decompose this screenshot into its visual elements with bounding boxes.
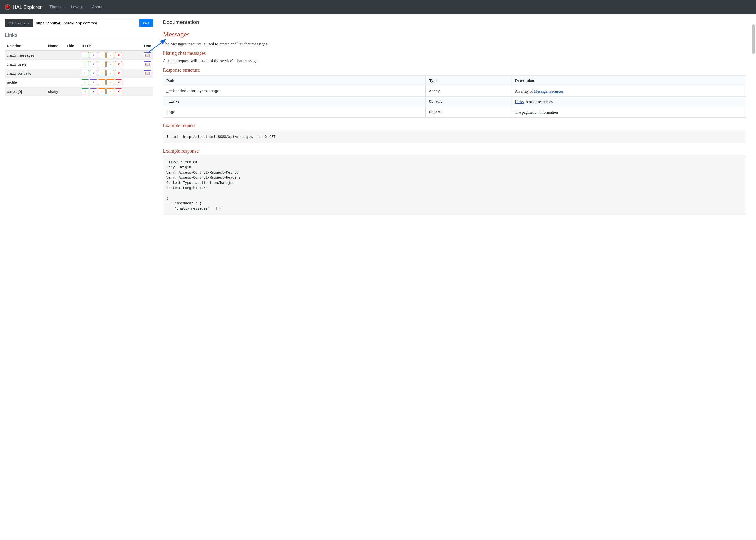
table-row: profile‹+››✖ bbox=[5, 78, 153, 87]
delete-button[interactable]: ✖ bbox=[115, 79, 122, 85]
path-cell: _embedded.chatty:messages bbox=[163, 86, 426, 97]
url-toolbar: Edit Headers Go! bbox=[5, 19, 153, 27]
get-button[interactable]: ‹ bbox=[81, 88, 89, 94]
doc-listing-post: request will list all of the service's c… bbox=[177, 59, 260, 63]
delete-button[interactable]: ✖ bbox=[115, 70, 122, 76]
name-cell bbox=[46, 60, 64, 69]
name-cell: chatty bbox=[46, 87, 64, 96]
doc-exreq-h: Example request bbox=[163, 123, 746, 128]
doc-cell: 📖 bbox=[138, 51, 153, 60]
response-table: Path Type Description _embedded.chatty:m… bbox=[163, 75, 746, 118]
doc-listing-h: Listing chat messages bbox=[163, 51, 746, 56]
table-row: curies [0]chatty‹+››✖ bbox=[5, 87, 153, 96]
patch-button[interactable]: › bbox=[106, 79, 114, 85]
rel-cell: chatty:messages bbox=[5, 51, 46, 60]
table-row: pageObjectThe pagination information bbox=[163, 107, 746, 118]
url-input[interactable] bbox=[33, 19, 139, 27]
navbar: HAL Explorer Theme Layout About bbox=[0, 0, 756, 14]
get-button[interactable]: ‹ bbox=[81, 70, 89, 76]
title-cell bbox=[64, 87, 79, 96]
http-cell: ‹+››✖ bbox=[79, 51, 138, 60]
rel-cell: chatty:buildinfo bbox=[5, 69, 46, 78]
hal-eye-icon bbox=[5, 4, 10, 10]
resp-th-path: Path bbox=[163, 75, 426, 86]
post-button[interactable]: + bbox=[90, 61, 97, 67]
doc-icon[interactable]: 📖 bbox=[144, 53, 151, 58]
post-button[interactable]: + bbox=[90, 52, 97, 58]
brand[interactable]: HAL Explorer bbox=[5, 4, 42, 10]
get-button[interactable]: ‹ bbox=[81, 79, 89, 85]
doc-icon[interactable]: 📖 bbox=[144, 70, 151, 76]
doc-panel[interactable]: Documentation Messages The Messages reso… bbox=[163, 19, 751, 220]
desc-cell: An array of Message resources bbox=[511, 86, 746, 97]
table-row: chatty:messages‹+››✖📖 bbox=[5, 51, 153, 60]
patch-button[interactable]: › bbox=[106, 52, 114, 58]
put-button[interactable]: › bbox=[98, 52, 105, 58]
http-cell: ‹+››✖ bbox=[79, 78, 138, 87]
links-th-name: Name bbox=[46, 41, 64, 51]
delete-button[interactable]: ✖ bbox=[115, 88, 122, 94]
title-cell bbox=[64, 51, 79, 60]
links-title: Links bbox=[5, 32, 153, 39]
doc-cell: 📖 bbox=[138, 69, 153, 78]
doc-link[interactable]: Links bbox=[515, 100, 524, 104]
delete-button[interactable]: ✖ bbox=[115, 61, 122, 67]
nav-layout[interactable]: Layout bbox=[68, 3, 89, 11]
title-cell bbox=[64, 60, 79, 69]
go-button[interactable]: Go! bbox=[139, 19, 153, 27]
post-button[interactable]: + bbox=[90, 70, 97, 76]
nav-about[interactable]: About bbox=[89, 3, 105, 11]
rel-cell: profile bbox=[5, 78, 46, 87]
links-th-title: Title bbox=[64, 41, 79, 51]
doc-cell bbox=[138, 87, 153, 96]
http-cell: ‹+››✖ bbox=[79, 87, 138, 96]
get-button[interactable]: ‹ bbox=[81, 61, 89, 67]
links-th-doc: Doc bbox=[138, 41, 153, 51]
nav-theme[interactable]: Theme bbox=[47, 3, 68, 11]
type-cell: Object bbox=[426, 107, 511, 118]
rel-cell: chatty:users bbox=[5, 60, 46, 69]
post-button[interactable]: + bbox=[90, 79, 97, 85]
links-table: Relation Name Title HTTP Doc chatty:mess… bbox=[5, 41, 153, 96]
nav-theme-label: Theme bbox=[50, 5, 62, 9]
post-button[interactable]: + bbox=[90, 88, 97, 94]
patch-button[interactable]: › bbox=[106, 61, 114, 67]
example-response: HTTP/1.1 200 OK Vary: Origin Vary: Acces… bbox=[163, 156, 746, 215]
nav-about-label: About bbox=[92, 5, 102, 9]
doc-listing-pre: A bbox=[163, 59, 167, 63]
path-cell: page bbox=[163, 107, 426, 118]
table-row: chatty:users‹+››✖📖 bbox=[5, 60, 153, 69]
doc-h1: Messages bbox=[163, 30, 746, 38]
http-cell: ‹+››✖ bbox=[79, 69, 138, 78]
doc-listing-p: A GET request will list all of the servi… bbox=[163, 59, 746, 64]
doc-cell bbox=[138, 78, 153, 87]
doc-listing-code: GET bbox=[167, 59, 177, 64]
name-cell bbox=[46, 51, 64, 60]
resp-th-type: Type bbox=[426, 75, 511, 86]
put-button[interactable]: › bbox=[98, 61, 105, 67]
doc-resp-h: Response structure bbox=[163, 67, 746, 73]
put-button[interactable]: › bbox=[98, 88, 105, 94]
put-button[interactable]: › bbox=[98, 70, 105, 76]
get-button[interactable]: ‹ bbox=[81, 52, 89, 58]
doc-exresp-h: Example response bbox=[163, 148, 746, 154]
table-row: _linksObjectLinks to other resources bbox=[163, 97, 746, 107]
table-row: _embedded.chatty:messagesArrayAn array o… bbox=[163, 86, 746, 97]
delete-button[interactable]: ✖ bbox=[115, 52, 122, 58]
doc-link[interactable]: Message resources bbox=[534, 89, 563, 93]
http-cell: ‹+››✖ bbox=[79, 60, 138, 69]
put-button[interactable]: › bbox=[98, 79, 105, 85]
desc-cell: The pagination information bbox=[511, 107, 746, 118]
doc-icon[interactable]: 📖 bbox=[144, 62, 151, 67]
left-panel: Edit Headers Go! Links Relation Name Tit… bbox=[5, 19, 153, 220]
edit-headers-button[interactable]: Edit Headers bbox=[5, 19, 33, 27]
name-cell bbox=[46, 69, 64, 78]
doc-intro: The Messages resource is used to create … bbox=[163, 42, 746, 47]
title-cell bbox=[64, 69, 79, 78]
links-th-relation: Relation bbox=[5, 41, 46, 51]
patch-button[interactable]: › bbox=[106, 70, 114, 76]
scrollbar[interactable] bbox=[752, 25, 755, 54]
title-cell bbox=[64, 78, 79, 87]
patch-button[interactable]: › bbox=[106, 88, 114, 94]
links-th-http: HTTP bbox=[79, 41, 138, 51]
